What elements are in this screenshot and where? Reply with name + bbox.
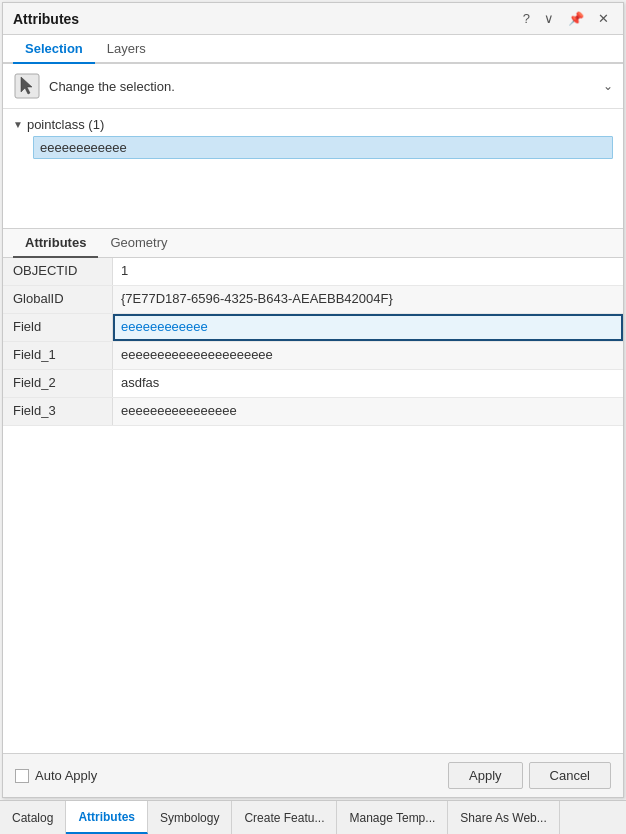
cursor-icon [13, 72, 41, 100]
attr-table: OBJECTID 1 GlobalID {7E77D187-6596-4325-… [3, 258, 623, 753]
top-tabs-row: Selection Layers [3, 35, 623, 64]
apply-button[interactable]: Apply [448, 762, 523, 789]
attr-value-objectid[interactable]: 1 [113, 258, 623, 285]
attr-key-globalid: GlobalID [3, 286, 113, 313]
auto-apply-group: Auto Apply [15, 768, 97, 783]
attr-section: Attributes Geometry OBJECTID 1 GlobalID … [3, 229, 623, 753]
attr-key-objectid: OBJECTID [3, 258, 113, 285]
auto-apply-label: Auto Apply [35, 768, 97, 783]
chevron-down-icon[interactable]: ⌄ [603, 79, 613, 93]
attr-row-field3: Field_3 eeeeeeeeeeeeeeee [3, 398, 623, 426]
tab-selection[interactable]: Selection [13, 35, 95, 64]
panel-titlebar: Attributes ? ∨ 📌 ✕ [3, 3, 623, 35]
pin-icon[interactable]: 📌 [564, 9, 588, 28]
taskbar-manage-temp[interactable]: Manage Temp... [337, 801, 448, 834]
selection-text: Change the selection. [49, 79, 175, 94]
attr-key-field3: Field_3 [3, 398, 113, 425]
taskbar: Catalog Attributes Symbology Create Feat… [0, 800, 626, 834]
tab-attributes[interactable]: Attributes [13, 229, 98, 258]
auto-apply-checkbox[interactable] [15, 769, 29, 783]
selection-bar[interactable]: Change the selection. ⌄ [3, 64, 623, 109]
attr-value-field[interactable]: eeeeeeeeeeee [113, 314, 623, 341]
attr-key-field2: Field_2 [3, 370, 113, 397]
attr-value-field2[interactable]: asdfas [113, 370, 623, 397]
close-icon[interactable]: ✕ [594, 9, 613, 28]
taskbar-share-as-web[interactable]: Share As Web... [448, 801, 560, 834]
tab-geometry[interactable]: Geometry [98, 229, 179, 258]
attr-value-field1[interactable]: eeeeeeeeeeeeeeeeeeeee [113, 342, 623, 369]
tab-layers[interactable]: Layers [95, 35, 158, 64]
taskbar-catalog[interactable]: Catalog [0, 801, 66, 834]
tree-child-item[interactable]: eeeeeeeeeeee [33, 136, 613, 159]
taskbar-attributes[interactable]: Attributes [66, 801, 148, 834]
attr-value-globalid[interactable]: {7E77D187-6596-4325-B643-AEAEBB42004F} [113, 286, 623, 313]
collapse-icon[interactable]: ∨ [540, 9, 558, 28]
attr-row-field2: Field_2 asdfas [3, 370, 623, 398]
attr-row-globalid: GlobalID {7E77D187-6596-4325-B643-AEAEBB… [3, 286, 623, 314]
btn-group: Apply Cancel [448, 762, 611, 789]
cancel-button[interactable]: Cancel [529, 762, 611, 789]
tree-parent-item[interactable]: ▼ pointclass (1) [13, 115, 613, 134]
taskbar-create-feature[interactable]: Create Featu... [232, 801, 337, 834]
tree-parent-label: pointclass (1) [27, 117, 104, 132]
attr-key-field1: Field_1 [3, 342, 113, 369]
attr-row-field: Field eeeeeeeeeeee [3, 314, 623, 342]
tree-section: ▼ pointclass (1) eeeeeeeeeeee [3, 109, 623, 229]
attr-row-field1: Field_1 eeeeeeeeeeeeeeeeeeeee [3, 342, 623, 370]
attr-key-field: Field [3, 314, 113, 341]
attr-value-field3[interactable]: eeeeeeeeeeeeeeee [113, 398, 623, 425]
help-icon[interactable]: ? [519, 9, 534, 28]
attr-row-objectid: OBJECTID 1 [3, 258, 623, 286]
tree-arrow-icon: ▼ [13, 119, 23, 130]
titlebar-icons: ? ∨ 📌 ✕ [519, 9, 613, 28]
panel-title: Attributes [13, 11, 79, 27]
attributes-panel: Attributes ? ∨ 📌 ✕ Selection Layers Chan… [2, 2, 624, 798]
taskbar-symbology[interactable]: Symbology [148, 801, 232, 834]
attr-tabs-row: Attributes Geometry [3, 229, 623, 258]
bottom-bar: Auto Apply Apply Cancel [3, 753, 623, 797]
